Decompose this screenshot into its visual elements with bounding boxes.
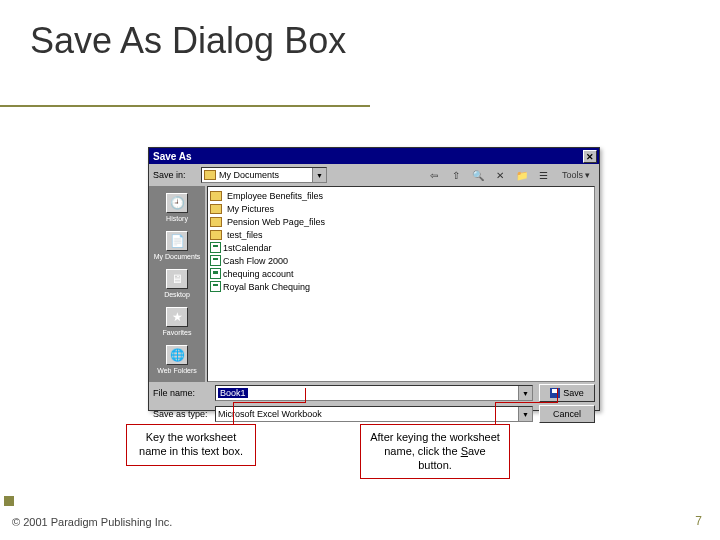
dialog-title: Save As xyxy=(153,151,192,162)
globe-icon: 🌐 xyxy=(166,345,188,365)
list-item[interactable]: Pension Web Page_files xyxy=(210,215,592,228)
places-item-history[interactable]: 🕘 History xyxy=(151,188,203,226)
up-one-level-button[interactable]: ⇧ xyxy=(447,166,465,184)
callout-save-button: After keying the worksheet name, click t… xyxy=(360,424,510,479)
save-as-type-combo[interactable]: Microsoft Excel Workbook ▼ xyxy=(215,406,533,422)
save-in-label: Save in: xyxy=(153,170,197,180)
excel-file-icon xyxy=(210,281,221,292)
search-web-button[interactable]: 🔍 xyxy=(469,166,487,184)
places-label: Favorites xyxy=(163,329,192,336)
filename-value: Book1 xyxy=(218,388,248,398)
dialog-titlebar: Save As ✕ xyxy=(149,148,599,164)
places-item-web-folders[interactable]: 🌐 Web Folders xyxy=(151,340,203,378)
chevron-down-icon[interactable]: ▼ xyxy=(518,386,532,400)
chevron-down-icon: ▾ xyxy=(585,170,590,180)
chevron-down-icon[interactable]: ▼ xyxy=(312,168,326,182)
callout-connector xyxy=(233,402,234,424)
document-icon: 📄 xyxy=(166,231,188,251)
places-label: History xyxy=(166,215,188,222)
save-icon xyxy=(550,388,560,398)
back-button[interactable]: ⇦ xyxy=(425,166,443,184)
save-button[interactable]: Save xyxy=(539,384,595,402)
places-item-my-documents[interactable]: 📄 My Documents xyxy=(151,226,203,264)
dialog-body: 🕘 History 📄 My Documents 🖥 Desktop ★ Fav… xyxy=(149,186,599,382)
excel-file-icon xyxy=(210,255,221,266)
list-item[interactable]: test_files xyxy=(210,228,592,241)
history-icon: 🕘 xyxy=(166,193,188,213)
star-icon: ★ xyxy=(166,307,188,327)
list-item[interactable]: 1stCalendar xyxy=(210,241,592,254)
places-bar: 🕘 History 📄 My Documents 🖥 Desktop ★ Fav… xyxy=(149,186,205,382)
page-title: Save As Dialog Box xyxy=(30,20,346,62)
folder-icon xyxy=(210,204,222,214)
list-item[interactable]: chequing account xyxy=(210,267,592,280)
list-item[interactable]: Employee Benefits_files xyxy=(210,189,592,202)
list-item[interactable]: Cash Flow 2000 xyxy=(210,254,592,267)
dialog-bottom: File name: Book1 ▼ Save Save as type: Mi… xyxy=(149,382,599,425)
callout-filename: Key the worksheet name in this text box. xyxy=(126,424,256,466)
list-item[interactable]: My Pictures xyxy=(210,202,592,215)
places-item-desktop[interactable]: 🖥 Desktop xyxy=(151,264,203,302)
delete-button[interactable]: ✕ xyxy=(491,166,509,184)
cancel-button[interactable]: Cancel xyxy=(539,405,595,423)
views-button[interactable]: ☰ xyxy=(535,166,553,184)
copyright: © 2001 Paradigm Publishing Inc. xyxy=(12,516,172,528)
new-folder-button[interactable]: 📁 xyxy=(513,166,531,184)
places-label: My Documents xyxy=(154,253,201,260)
tools-menu-button[interactable]: Tools ▾ xyxy=(557,166,595,184)
slide: Save As Dialog Box Save As ✕ Save in: My… xyxy=(0,0,720,540)
callout-connector xyxy=(495,402,557,403)
list-item[interactable]: Royal Bank Chequing xyxy=(210,280,592,293)
places-label: Desktop xyxy=(164,291,190,298)
places-item-favorites[interactable]: ★ Favorites xyxy=(151,302,203,340)
folder-icon xyxy=(210,191,222,201)
callout-connector xyxy=(233,402,305,403)
folder-icon xyxy=(204,170,216,180)
filename-label: File name: xyxy=(153,388,209,398)
excel-file-icon xyxy=(210,242,221,253)
places-label: Web Folders xyxy=(157,367,197,374)
save-as-dialog: Save As ✕ Save in: My Documents ▼ ⇦ ⇧ 🔍 … xyxy=(148,147,600,411)
chevron-down-icon[interactable]: ▼ xyxy=(518,407,532,421)
file-list-pane[interactable]: Employee Benefits_files My Pictures Pens… xyxy=(207,186,595,382)
callout-connector xyxy=(495,402,496,424)
accent-square xyxy=(4,496,14,506)
dialog-toolbar: Save in: My Documents ▼ ⇦ ⇧ 🔍 ✕ 📁 ☰ Tool… xyxy=(149,164,599,186)
desktop-icon: 🖥 xyxy=(166,269,188,289)
page-number: 7 xyxy=(695,514,702,528)
folder-icon xyxy=(210,230,222,240)
save-in-combo[interactable]: My Documents ▼ xyxy=(201,167,327,183)
filename-input[interactable]: Book1 ▼ xyxy=(215,385,533,401)
callout-connector xyxy=(305,388,306,403)
excel-file-icon xyxy=(210,268,221,279)
save-in-value: My Documents xyxy=(219,170,279,180)
title-rule xyxy=(0,105,370,107)
tools-label: Tools xyxy=(562,170,583,180)
callout-connector xyxy=(557,388,558,403)
close-button[interactable]: ✕ xyxy=(583,150,597,163)
save-as-type-label: Save as type: xyxy=(153,409,209,419)
folder-icon xyxy=(210,217,222,227)
